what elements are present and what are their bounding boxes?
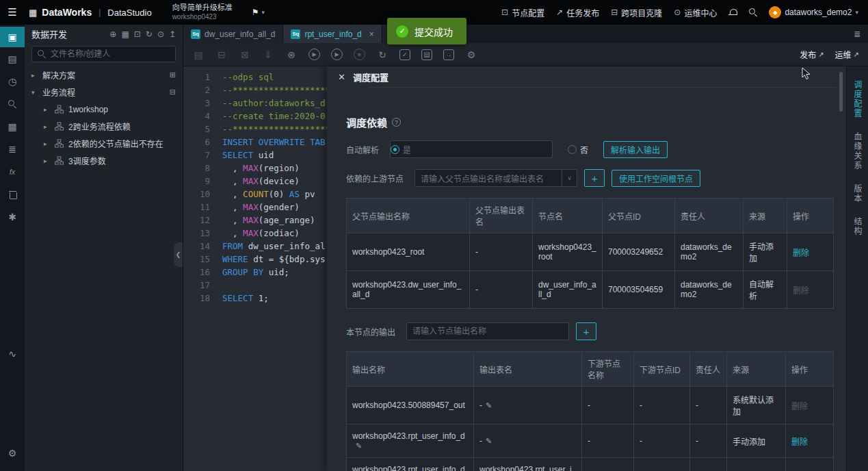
radio-no[interactable]: 否 [568,144,588,155]
node-name: dw_user_info_all_d [533,271,603,309]
lock-icon[interactable]: ⊠ [239,49,251,61]
grid-icon[interactable]: ⊞ [170,71,176,79]
tree-item-workflow[interactable]: ▸ 3调度参数 [25,152,183,169]
vtab-lineage[interactable]: 血缘关系 [852,125,863,177]
delete-link[interactable]: 删除 [793,249,809,258]
panel-title: 调度配置 [353,71,389,84]
publish-button[interactable]: 发布 ↗ [800,49,824,60]
add-upstream-button[interactable]: + [584,169,605,187]
reload-icon[interactable]: ↻ [376,49,389,61]
search-input[interactable] [51,49,170,59]
add-output-button[interactable]: + [576,322,596,340]
downstream-node-id: - [634,424,690,458]
save-icon[interactable]: ▤ [192,49,205,61]
user-menu[interactable]: ◆ dataworks_demo2 ▾ [769,6,858,18]
auto-parse-row: 自动解析 是 否 解析输入输出 [346,140,834,158]
parse-io-button[interactable]: 解析输入输出 [603,141,668,158]
goto-icon[interactable]: → [443,49,454,60]
nav-ops-center[interactable]: ⊙ 运维中心 [674,7,717,18]
syntax-check-icon[interactable]: ✓ [399,49,410,60]
col-header: 责任人 [690,352,727,387]
rail-manual-icon[interactable]: ▤ [0,47,25,70]
cost-estimate-icon[interactable]: ⊛ [285,49,298,61]
nav-node-config[interactable]: ⊡ 节点配置 [501,7,544,18]
parent-output-name: workshop0423.dw_user_info_all_d [347,271,470,309]
locate-icon[interactable]: ⊙ [157,29,164,39]
close-icon[interactable]: × [369,29,374,39]
format-icon[interactable]: ⚙ [465,49,477,61]
tabs-overflow-menu-icon[interactable]: ≣ [846,25,868,43]
rail-component-icon[interactable]: ✱ [0,205,25,228]
run-icon[interactable]: ▶ [308,49,320,60]
panel-header: ✕ 调度配置 [327,66,846,87]
brand-logo[interactable]: ▦ DataWorks | DataStudio [29,7,152,18]
rail-settings-gear-icon[interactable]: ⚙ [0,442,25,464]
node-output-table: 输出名称 输出表名 下游节点名称 下游节点ID 责任人 来源 操作 worksh… [346,351,834,471]
flag-dropdown[interactable]: ⚑ ▾ [252,8,265,17]
upstream-label: 依赖的上游节点 [346,173,404,184]
nav-task-publish[interactable]: ↗ 任务发布 [556,7,599,18]
sql-node-icon: Sq [291,29,300,39]
schedule-config-panel: ✕ 调度配置 调度依赖 ? 自动解析 是 否 解析输入输出 [327,66,846,471]
refresh-icon[interactable]: ↻ [146,29,153,39]
chevron-right-icon: ▸ [44,123,50,130]
rail-function-icon[interactable]: fx [0,160,25,183]
rail-monitor-icon[interactable]: ∿ [0,342,25,365]
tab-rpt-user-info-d[interactable]: Sq rpt_user_info_d × [283,25,382,43]
rail-list-icon[interactable]: ≣ [0,138,25,160]
panel-icon[interactable]: ⊟ [170,88,176,97]
new-node-icon[interactable]: ⊕ [109,29,116,39]
edit-icon[interactable]: ✎ [486,401,492,409]
hamburger-menu-icon[interactable]: ☰ [0,6,25,18]
workspace-title: 向导简单升级标准 [172,3,233,12]
workflow-icon [55,105,64,114]
output-table-name: -✎ [474,424,582,458]
node-output-input[interactable] [406,322,569,340]
product-name: DataStudio [107,8,151,18]
doc-icon[interactable]: ⊡ [134,29,141,39]
tree-item-workflow[interactable]: ▸ 2依赖的父节点输出不存在 [25,135,183,152]
col-header: 父节点输出表名 [470,199,533,233]
delete-link[interactable]: 删除 [791,437,808,447]
success-check-icon: ✓ [396,25,408,38]
import-icon[interactable]: ▦ [121,29,129,39]
notification-bell-icon[interactable] [728,8,737,17]
parent-node-id-link[interactable]: 700003249652 [603,233,675,271]
sidebar-collapse-handle[interactable]: ❮ [174,242,183,267]
panel-scrollbar-thumb[interactable] [839,72,843,112]
vtab-structure[interactable]: 结构 [852,210,863,243]
rail-schedule-icon[interactable]: ◷ [0,70,25,92]
workflow-icon [55,139,64,148]
close-icon[interactable]: ✕ [338,72,345,82]
use-root-node-button[interactable]: 使用工作空间根节点 [611,170,700,187]
tools-icon[interactable] [749,8,757,16]
edit-icon[interactable]: ✎ [356,442,362,450]
radio-yes[interactable]: 是 [390,140,553,158]
vtab-schedule-config[interactable]: 调度配置 [852,73,863,125]
tree-section-workflows[interactable]: ▾ 业务流程 ⊟ [25,84,183,101]
run-log-icon[interactable]: ▤ [421,49,432,60]
rail-recycle-bin-icon[interactable] [0,183,25,205]
vtab-versions[interactable]: 版本 [852,177,863,210]
rail-datastudio-icon[interactable]: ▣ [0,27,25,47]
rail-table-icon[interactable]: ▦ [0,115,25,138]
search-icon [38,50,46,58]
tree-item-workflow[interactable]: ▸ 2跨业务流程依赖 [25,118,183,135]
edit-icon[interactable]: ✎ [486,437,492,445]
nav-cross-project-clone[interactable]: ⊟ 跨项目克隆 [611,7,662,18]
rail-search-icon[interactable] [0,92,25,115]
upload-icon[interactable]: ↥ [169,29,176,39]
download-icon[interactable]: ⇓ [262,49,274,61]
help-icon[interactable]: ? [392,118,401,127]
ops-button[interactable]: 运维 ↗ [835,49,859,60]
stop-icon[interactable]: ■ [354,49,365,60]
tree-section-solutions[interactable]: ▸ 解决方案 ⊞ [25,66,183,84]
owner: - [690,424,727,458]
parent-node-id-link[interactable]: 700003504659 [603,271,675,309]
parent-output-select[interactable]: 请输入父节点输出名称或输出表名 ∨ [415,169,577,187]
tab-dw-user-info-all-d[interactable]: Sq dw_user_info_all_d [183,25,283,43]
advanced-run-icon[interactable]: ▶ [331,49,343,60]
mouse-cursor [802,67,811,83]
save-all-icon[interactable]: ⊟ [215,49,228,61]
tree-item-workflow[interactable]: ▸ 1workshop [25,101,183,118]
